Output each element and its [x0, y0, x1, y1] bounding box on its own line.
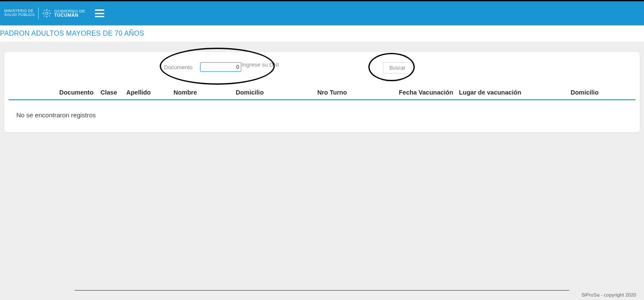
- svg-line-7: [44, 15, 45, 17]
- logo-line-4: TUCUMÁN: [54, 13, 85, 18]
- sun-spiral-icon: [42, 9, 52, 18]
- svg-line-6: [49, 15, 50, 17]
- page-title-band: PADRON ADULTOS MAYORES DE 70 AÑOS: [0, 25, 644, 42]
- main-card: Documento Ingrese su DNI Buscar Document…: [4, 52, 640, 132]
- table-header-row: Documento Clase Apellido Nombre Domicili…: [9, 86, 635, 100]
- th-nro-turno: Nro Turno: [316, 89, 397, 96]
- documento-label: Documento: [164, 64, 192, 70]
- empty-state-message: No se encontraron registros: [9, 100, 635, 119]
- th-documento: Documento: [9, 89, 99, 96]
- svg-line-5: [44, 10, 45, 12]
- th-clase: Clase: [99, 89, 125, 96]
- search-row: Documento Ingrese su DNI Buscar: [9, 60, 635, 81]
- dni-hint: Ingrese su DNI: [242, 61, 279, 68]
- th-domicilio: Domicilio: [234, 89, 316, 96]
- th-lugar-vac: Lugar de vacunación: [457, 89, 569, 96]
- gov-logo: MINISTERIO DE SALUD PÚBLICA: [4, 7, 85, 19]
- logo-ministerio: MINISTERIO DE SALUD PÚBLICA: [4, 9, 35, 17]
- footer-copyright: SiProSa - copyright 2020: [6, 292, 638, 297]
- dni-input[interactable]: [200, 62, 241, 72]
- logo-line-2: SALUD PÚBLICA: [4, 13, 35, 17]
- th-nombre: Nombre: [172, 89, 234, 96]
- logo-gobierno: GOBIERNO DE TUCUMÁN: [54, 9, 85, 18]
- svg-point-0: [46, 12, 48, 15]
- content-shell: Documento Ingrese su DNI Buscar Document…: [0, 42, 644, 132]
- app-header: MINISTERIO DE SALUD PÚBLICA: [0, 1, 644, 25]
- footer: SiProSa - copyright 2020: [0, 290, 644, 297]
- footer-divider: [75, 290, 569, 291]
- svg-line-8: [49, 10, 50, 12]
- th-apellido: Apellido: [125, 89, 172, 96]
- menu-toggle-button[interactable]: [95, 9, 104, 17]
- logo-divider: [38, 7, 39, 19]
- th-fecha-vac: Fecha Vacunación: [397, 89, 457, 96]
- th-domicilio-2: Domicilio: [569, 89, 635, 96]
- buscar-button[interactable]: Buscar: [383, 62, 412, 73]
- page-title: PADRON ADULTOS MAYORES DE 70 AÑOS: [0, 30, 644, 37]
